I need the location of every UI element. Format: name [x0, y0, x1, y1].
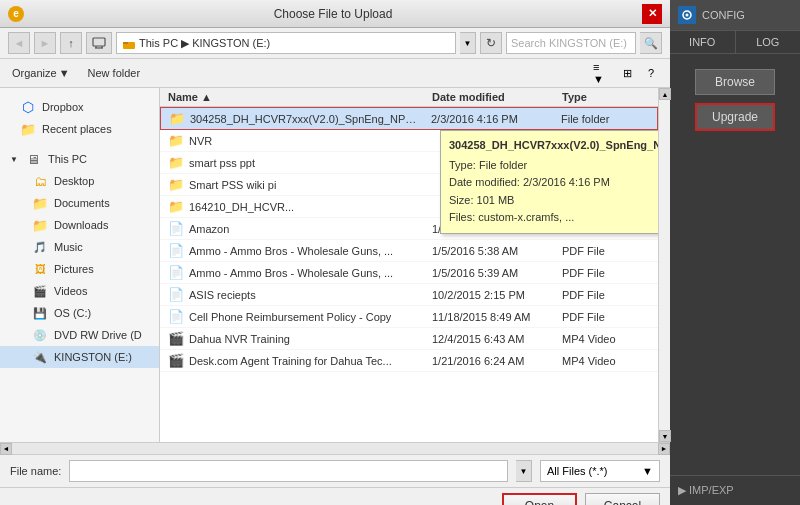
table-row[interactable]: 📄 ASIS reciepts 10/2/2015 2:15 PM PDF Fi…	[160, 284, 658, 306]
imp-exp-label[interactable]: ▶ IMP/EXP	[670, 475, 800, 505]
tab-info[interactable]: INFO	[670, 31, 736, 53]
kingston-icon: 🔌	[32, 349, 48, 365]
search-box[interactable]: Search KINGSTON (E:)	[506, 32, 636, 54]
tab-log[interactable]: LOG	[736, 31, 801, 53]
address-bar[interactable]: This PC ▶ KINGSTON (E:)	[116, 32, 456, 54]
organize-toolbar: Organize ▼ New folder ≡ ▼ ⊞ ?	[0, 59, 670, 88]
table-row[interactable]: 🎬 Desk.com Agent Training for Dahua Tec.…	[160, 350, 658, 372]
osc-icon: 💾	[32, 305, 48, 321]
file-type: PDF File	[558, 267, 658, 279]
file-type: MP4 Video	[558, 333, 658, 345]
nav-toolbar: ◄ ► ↑ This PC ▶ KINGSTON (E:) ▼ ↻ Search…	[0, 28, 670, 59]
file-row-name: Ammo - Ammo Bros - Wholesale Guns, ...	[189, 267, 393, 279]
h-scrollbar[interactable]: ◄ ►	[0, 442, 670, 454]
view-grid-button[interactable]: ⊞	[616, 62, 638, 84]
kingston-label: KINGSTON (E:)	[54, 351, 132, 363]
open-button[interactable]: Open	[502, 493, 577, 505]
browse-button[interactable]: Browse	[695, 69, 775, 95]
file-row-name: smart pss ppt	[189, 157, 255, 169]
tooltip-size: Size: 101 MB	[449, 192, 658, 210]
address-dropdown[interactable]: ▼	[460, 32, 476, 54]
desktop-label: Desktop	[54, 175, 94, 187]
table-row[interactable]: 📄 Ammo - Ammo Bros - Wholesale Guns, ...…	[160, 240, 658, 262]
search-placeholder: Search KINGSTON (E:)	[511, 37, 627, 49]
filetype-select[interactable]: All Files (*.*) ▼	[540, 460, 660, 482]
tooltip-files: Files: custom-x.cramfs, ...	[449, 209, 658, 227]
upgrade-button[interactable]: Upgrade	[695, 103, 775, 131]
organize-chevron: ▼	[59, 67, 70, 79]
col-header-type[interactable]: Type	[558, 91, 658, 103]
col-header-name[interactable]: Name ▲	[160, 91, 428, 103]
sidebar-item-videos[interactable]: 🎬 Videos	[0, 280, 159, 302]
filetype-chevron: ▼	[642, 465, 653, 477]
filename-dropdown[interactable]: ▼	[516, 460, 532, 482]
downloads-icon: 📁	[32, 217, 48, 233]
sidebar-item-dropbox[interactable]: ⬡ Dropbox	[0, 96, 159, 118]
refresh-button[interactable]: ↻	[480, 32, 502, 54]
file-date: 10/2/2015 2:15 PM	[428, 289, 558, 301]
recent-label: Recent places	[42, 123, 112, 135]
sidebar-item-pictures[interactable]: 🖼 Pictures	[0, 258, 159, 280]
sidebar-item-documents[interactable]: 📁 Documents	[0, 192, 159, 214]
pdf-icon: 📄	[168, 243, 184, 258]
right-panel: CONFIG INFO LOG Browse Upgrade ▶ IMP/EXP	[670, 0, 800, 505]
file-date: 1/5/2016 5:39 AM	[428, 267, 558, 279]
folder-icon: 📁	[168, 155, 184, 170]
sidebar-item-thispc[interactable]: ▼ 🖥 This PC	[0, 148, 159, 170]
sidebar-item-desktop[interactable]: 🗂 Desktop	[0, 170, 159, 192]
pdf-icon: 📄	[168, 265, 184, 280]
svg-rect-7	[123, 42, 128, 44]
sidebar-item-recent[interactable]: 📁 Recent places	[0, 118, 159, 140]
cancel-button[interactable]: Cancel	[585, 493, 660, 505]
sidebar-item-kingston[interactable]: 🔌 KINGSTON (E:)	[0, 346, 159, 368]
file-row-name: Dahua NVR Training	[189, 333, 290, 345]
view-help-button[interactable]: ?	[640, 62, 662, 84]
filename-bar: File name: ▼ All Files (*.*) ▼	[0, 454, 670, 487]
dvd-icon: 💿	[32, 327, 48, 343]
table-row[interactable]: 📄 Cell Phone Reimbursement Policy - Copy…	[160, 306, 658, 328]
scrollbar[interactable]: ▲ ▼	[658, 88, 670, 442]
new-folder-button[interactable]: New folder	[82, 65, 147, 81]
filename-input[interactable]	[69, 460, 508, 482]
sidebar-item-osc[interactable]: 💾 OS (C:)	[0, 302, 159, 324]
file-row-name: Smart PSS wiki pi	[189, 179, 276, 191]
view-list-button[interactable]: ≡ ▼	[592, 62, 614, 84]
sidebar-item-music[interactable]: 🎵 Music	[0, 236, 159, 258]
col-header-date[interactable]: Date modified	[428, 91, 558, 103]
filename-label: File name:	[10, 465, 61, 477]
scroll-down-button[interactable]: ▼	[659, 430, 671, 442]
table-row[interactable]: 📄 Ammo - Ammo Bros - Wholesale Guns, ...…	[160, 262, 658, 284]
mp4-icon: 🎬	[168, 331, 184, 346]
scroll-up-button[interactable]: ▲	[659, 88, 671, 100]
file-row-selected[interactable]: 📁 304258_DH_HCVR7xxx(V2.0)_SpnEng_NP_...…	[160, 107, 658, 130]
svg-point-1	[686, 14, 689, 17]
scroll-track[interactable]	[659, 100, 670, 430]
sidebar-item-downloads[interactable]: 📁 Downloads	[0, 214, 159, 236]
dvd-label: DVD RW Drive (D	[54, 329, 142, 341]
config-icon	[678, 6, 696, 24]
table-row[interactable]: 🎬 Dahua NVR Training 12/4/2015 6:43 AM M…	[160, 328, 658, 350]
organize-button[interactable]: Organize ▼	[8, 65, 74, 81]
desktop-icon: 🗂	[32, 173, 48, 189]
forward-button[interactable]: ►	[34, 32, 56, 54]
sidebar-item-dvd[interactable]: 💿 DVD RW Drive (D	[0, 324, 159, 346]
up-button[interactable]: ↑	[60, 32, 82, 54]
thispc-arrow: ▼	[10, 155, 18, 164]
back-button[interactable]: ◄	[8, 32, 30, 54]
file-date: 2/3/2016 4:16 PM	[427, 113, 557, 125]
right-panel-body	[670, 146, 800, 475]
scroll-right-button[interactable]: ►	[658, 443, 670, 455]
videos-label: Videos	[54, 285, 87, 297]
dropbox-label: Dropbox	[42, 101, 84, 113]
scroll-left-button[interactable]: ◄	[0, 443, 12, 455]
music-label: Music	[54, 241, 83, 253]
file-date: 11/18/2015 8:49 AM	[428, 311, 558, 323]
file-tooltip: 304258_DH_HCVR7xxx(V2.0)_SpnEng_NP_V3.21…	[440, 130, 658, 234]
main-content: ⬡ Dropbox 📁 Recent places ▼ 🖥 This PC 🗂 …	[0, 88, 670, 442]
file-list: Name ▲ Date modified Type 📁 304258_DH_HC…	[160, 88, 658, 442]
search-button[interactable]: 🔍	[640, 32, 662, 54]
config-header: CONFIG	[670, 0, 800, 31]
pc-button[interactable]	[86, 32, 112, 54]
close-button[interactable]: ✕	[642, 4, 662, 24]
view-controls: ≡ ▼ ⊞ ?	[592, 62, 662, 84]
